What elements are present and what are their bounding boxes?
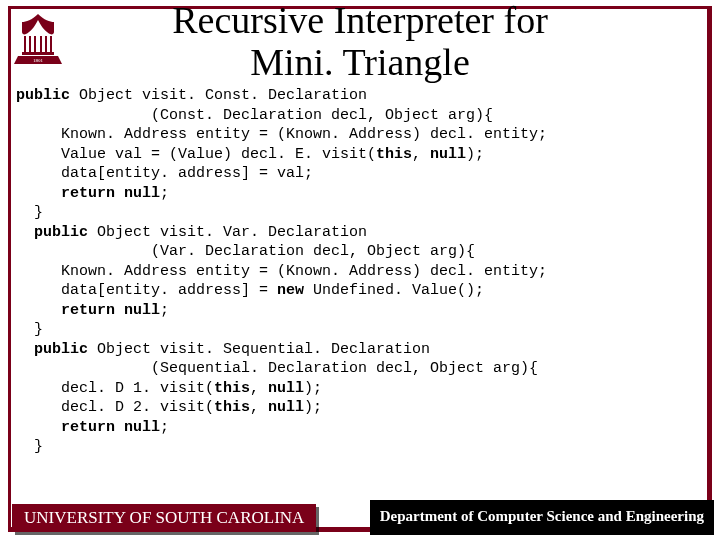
keyword-public: public [34,224,88,241]
slide-title: Recursive Interpreter for Mini. Triangle [0,0,720,84]
footer-university: UNIVERSITY OF SOUTH CAROLINA [12,504,316,532]
keyword-public: public [16,87,70,104]
code-block: public Object visit. Const. Declaration … [16,86,708,457]
title-line-2: Mini. Triangle [250,41,470,83]
keyword-public: public [34,341,88,358]
footer-department: Department of Computer Science and Engin… [370,500,714,535]
title-line-1: Recursive Interpreter for [172,0,548,41]
